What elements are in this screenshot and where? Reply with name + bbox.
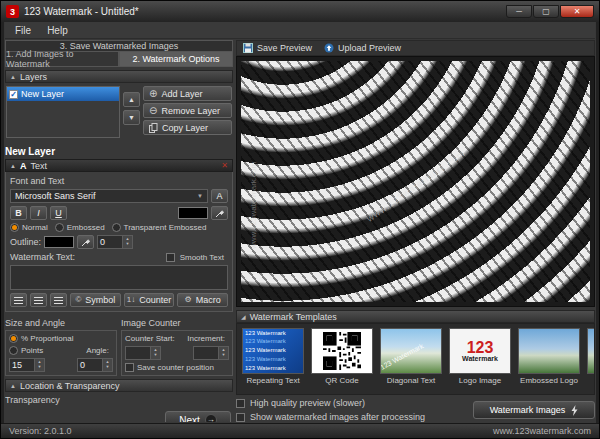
counter-start-value	[126, 347, 150, 359]
template-repeating-text[interactable]: 123 Watermark 123 Watermark 123 Watermar…	[241, 328, 305, 390]
window-title: 123 Watermark - Untitled*	[24, 6, 501, 17]
partial-thumbnail	[587, 328, 595, 374]
template-embossed-logo[interactable]: Embossed Logo	[517, 328, 581, 390]
size-spinner[interactable]: 15 ▲▼	[9, 358, 45, 372]
outline-color-picker-button[interactable]	[77, 235, 94, 249]
align-center-button[interactable]	[30, 293, 47, 307]
layer-list-item[interactable]: ✓ New Layer	[7, 87, 119, 101]
tab-watermark-options[interactable]: 2. Watermark Options	[119, 52, 233, 67]
embossed-radio[interactable]	[55, 223, 64, 232]
template-qr-code[interactable]: QR Code	[310, 328, 374, 390]
save-icon	[243, 43, 253, 53]
watermark-images-button[interactable]: Watermark Images	[473, 401, 595, 419]
preview-area: www.123watermark.com www.123watermark.co…	[236, 56, 595, 307]
move-layer-up-button[interactable]: ▲	[123, 92, 140, 107]
italic-button[interactable]: I	[30, 206, 47, 220]
font-select[interactable]: Microsoft Sans Serif ▼	[10, 189, 208, 203]
template-partial[interactable]	[586, 328, 595, 390]
text-color-swatch[interactable]	[178, 207, 208, 219]
counter-start-spinner[interactable]: ▲▼	[125, 346, 161, 360]
menu-help[interactable]: Help	[39, 24, 76, 37]
spinner-arrows-icon[interactable]: ▲▼	[34, 359, 44, 371]
layer-order-controls: ▲ ▼	[123, 86, 140, 138]
copy-layer-button[interactable]: Copy Layer	[143, 120, 232, 135]
preview-footer: High quality preview (slower) Show water…	[236, 398, 595, 422]
layer-list[interactable]: ✓ New Layer	[6, 86, 120, 138]
watermark-text-label: Watermark Text:	[10, 252, 75, 262]
layers-section-header[interactable]: ▲ Layers	[5, 70, 233, 83]
save-preview-button[interactable]: Save Preview	[243, 43, 312, 53]
high-quality-checkbox[interactable]	[236, 399, 245, 408]
app-logo-icon: 3	[6, 5, 19, 18]
minimize-button[interactable]: ─	[506, 5, 532, 18]
increment-label: Increment:	[187, 334, 225, 343]
align-center-icon	[34, 297, 43, 304]
text-section-label: Text	[30, 161, 47, 171]
image-counter-title: Image Counter	[121, 318, 233, 328]
angle-spinner[interactable]: 0 ▲▼	[77, 358, 113, 372]
template-logo-image[interactable]: 123 Watermark Logo Image	[448, 328, 512, 390]
watermark-templates-header[interactable]: ◢ Watermark Templates	[236, 310, 595, 323]
maximize-icon: ▢	[542, 8, 550, 16]
layer-buttons: ⊕ Add Layer ⊖ Remove Layer Copy Layer	[143, 86, 232, 138]
watermark-text-input[interactable]	[10, 265, 228, 290]
outline-size-spinner[interactable]: 0 ▲▼	[97, 235, 133, 249]
smooth-text-checkbox[interactable]	[166, 253, 175, 262]
close-button[interactable]: ✕	[560, 5, 594, 18]
logo-image-thumbnail: 123 Watermark	[449, 328, 511, 374]
tab-add-images[interactable]: 1. Add Images to Watermark	[5, 52, 119, 67]
layer-checkbox[interactable]: ✓	[9, 90, 18, 99]
transparent-embossed-radio-label: Transparent Embossed	[124, 223, 207, 232]
increment-spinner[interactable]: ▲▼	[193, 346, 229, 360]
watermark-templates-label: Watermark Templates	[250, 312, 337, 322]
maximize-button[interactable]: ▢	[533, 5, 559, 18]
text-color-picker-button[interactable]	[211, 206, 228, 220]
underline-button[interactable]: U	[50, 206, 67, 220]
watermark-overlay-diagonal: www.123watermark.com	[364, 148, 466, 224]
layer-item-label: New Layer	[21, 89, 64, 99]
template-diagonal-text[interactable]: 123 Watermark Diagonal Text	[379, 328, 443, 390]
outline-color-swatch[interactable]	[44, 236, 74, 248]
outline-size-value: 0	[98, 236, 122, 248]
upload-preview-button[interactable]: Upload Preview	[324, 43, 401, 53]
show-after-checkbox[interactable]	[236, 413, 245, 422]
macro-button[interactable]: ⚙ Macro	[177, 293, 228, 307]
bold-button[interactable]: B	[10, 206, 27, 220]
watermark-images-label: Watermark Images	[490, 405, 566, 415]
remove-layer-button[interactable]: ⊖ Remove Layer	[143, 103, 232, 118]
qr-code-thumbnail	[311, 328, 373, 374]
template-label: Embossed Logo	[520, 376, 578, 385]
location-transparency-label: Location & Transparency	[20, 381, 120, 391]
spinner-arrows-icon[interactable]: ▲▼	[150, 347, 160, 359]
symbol-button[interactable]: © Symbol	[70, 293, 121, 307]
collapse-arrow-icon: ▲	[10, 74, 16, 80]
arrow-right-icon: →	[205, 414, 217, 422]
normal-radio[interactable]	[10, 223, 19, 232]
points-radio[interactable]	[9, 346, 18, 355]
watermark-overlay-vertical: www.123watermark.com	[249, 162, 258, 249]
spinner-arrows-icon[interactable]: ▲▼	[218, 347, 228, 359]
counter-start-label: Counter Start:	[125, 334, 175, 343]
remove-section-icon[interactable]: ✕	[221, 161, 228, 170]
align-right-button[interactable]	[50, 293, 67, 307]
save-counter-position-checkbox[interactable]	[125, 363, 134, 372]
layer-editor-title: New Layer	[5, 146, 233, 157]
spinner-arrows-icon[interactable]: ▲▼	[102, 359, 112, 371]
angle-label: Angle:	[86, 346, 109, 355]
points-radio-label: Points	[21, 346, 43, 355]
spinner-arrows-icon[interactable]: ▲▼	[122, 236, 132, 248]
align-left-button[interactable]	[10, 293, 27, 307]
preview-toolbar: Save Preview Upload Preview	[236, 40, 595, 56]
add-layer-button[interactable]: ⊕ Add Layer	[143, 86, 232, 101]
text-section-header[interactable]: ▲ A Text ✕	[5, 159, 233, 172]
transparent-embossed-radio[interactable]	[112, 223, 121, 232]
macro-label: Macro	[196, 295, 221, 305]
menu-file[interactable]: File	[7, 24, 39, 37]
high-quality-label: High quality preview (slower)	[250, 398, 365, 408]
next-button[interactable]: Next →	[165, 411, 231, 422]
proportional-radio[interactable]	[9, 334, 18, 343]
counter-button[interactable]: 1↓ Counter	[124, 293, 175, 307]
location-transparency-header[interactable]: ▲ Location & Transparency	[5, 379, 233, 392]
move-layer-down-button[interactable]: ▼	[123, 110, 140, 125]
font-dialog-button[interactable]: A	[211, 189, 228, 203]
